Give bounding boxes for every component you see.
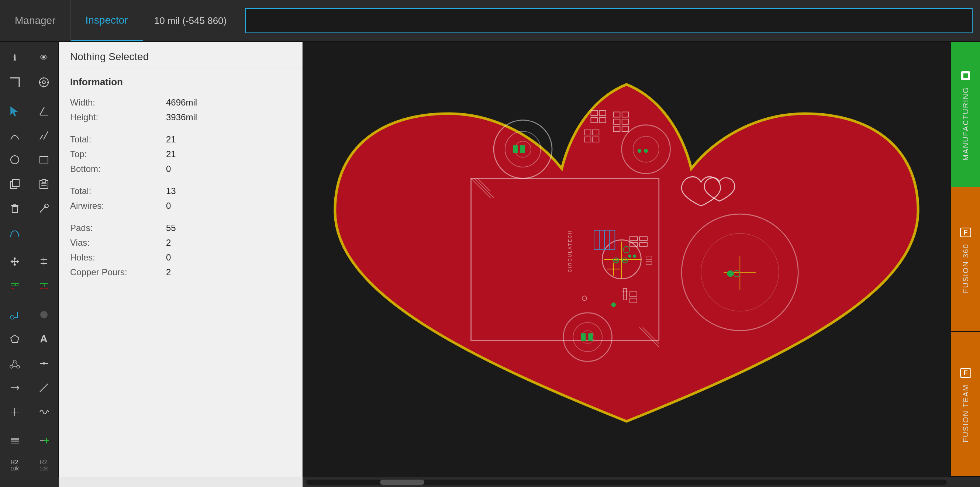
svg-line-8 xyxy=(40,135,43,140)
polygon-btn[interactable] xyxy=(5,329,25,349)
curve-tool-btn[interactable] xyxy=(5,223,25,243)
airwires-label: Airwires: xyxy=(70,201,166,211)
tool-row-14 xyxy=(0,376,58,400)
tool-row-4 xyxy=(0,123,58,148)
fusion-team-btn[interactable]: F FUSION TEAM xyxy=(951,332,980,477)
route2-btn[interactable] xyxy=(5,305,25,325)
tool-row-13 xyxy=(0,351,58,376)
tab-manager[interactable]: Manager xyxy=(0,0,71,41)
info-row-copper: Copper Pours: 2 xyxy=(70,265,291,280)
bottom-panel-spacer xyxy=(59,477,302,487)
svg-point-21 xyxy=(45,204,48,208)
diagonal-btn[interactable] xyxy=(34,378,54,398)
top-value: 21 xyxy=(166,149,176,159)
addlayer-btn[interactable] xyxy=(34,431,54,451)
route-tool-btn[interactable] xyxy=(5,72,25,92)
copy-tool-btn[interactable] xyxy=(5,174,25,194)
total1-label: Total: xyxy=(70,134,166,145)
pcb-canvas[interactable]: CIRCULATECH xyxy=(302,42,950,477)
total2-label: Total: xyxy=(70,186,166,196)
svg-line-7 xyxy=(40,107,44,115)
wrench-tool-btn[interactable] xyxy=(34,199,54,218)
info-tool-btn[interactable]: ℹ xyxy=(5,48,25,68)
info-section: Information Width: 4696mil Height: 3936m… xyxy=(59,69,302,287)
search-input[interactable] xyxy=(245,8,973,33)
copper-label: Copper Pours: xyxy=(70,267,166,277)
info-row-bottom: Bottom: 0 xyxy=(70,162,291,177)
bottom-left-spacer xyxy=(0,477,59,487)
svg-rect-71 xyxy=(513,145,518,153)
tool-row-1: ℹ 👁 xyxy=(0,46,58,70)
tool-row-10 xyxy=(0,274,58,298)
svg-marker-35 xyxy=(11,335,19,342)
tool-row-17: R210k R210k xyxy=(0,453,58,477)
tool-row-7 xyxy=(0,196,58,221)
clipboard-tool-btn[interactable] xyxy=(34,174,54,194)
rect-tool-btn[interactable] xyxy=(34,150,54,170)
vias-label: Vias: xyxy=(70,237,166,248)
bottom-scroll-area[interactable] xyxy=(302,477,950,487)
r2-10k-2-btn[interactable]: R210k xyxy=(34,455,54,475)
total2-value: 13 xyxy=(166,186,176,196)
hline-tool-btn[interactable] xyxy=(34,251,54,272)
layer-btn[interactable] xyxy=(5,431,25,451)
solidcircle-btn[interactable] xyxy=(34,305,54,325)
pads-label: Pads: xyxy=(70,223,166,233)
info-row-total1: Total: 21 xyxy=(70,132,291,147)
wave-btn[interactable] xyxy=(34,402,54,422)
svg-point-38 xyxy=(17,365,19,368)
target-tool-btn[interactable] xyxy=(34,72,54,92)
arrow-btn[interactable] xyxy=(5,378,25,398)
tool-row-8 xyxy=(0,221,58,245)
angle-tool-btn[interactable] xyxy=(34,101,54,121)
inspector-panel: Nothing Selected Information Width: 4696… xyxy=(59,42,302,477)
svg-point-33 xyxy=(10,315,14,319)
right-sidebar: MANUFACTURING F FUSION 360 F FUSION TEAM xyxy=(950,42,980,477)
svg-text:F: F xyxy=(964,229,968,236)
move-tool-btn[interactable] xyxy=(5,251,25,272)
tool-row-16 xyxy=(0,429,58,453)
r2-10k-btn[interactable]: R210k xyxy=(5,455,25,475)
circle-tool-btn[interactable] xyxy=(5,150,25,170)
width-label: Width: xyxy=(70,97,166,108)
view-tool-btn[interactable]: 👁 xyxy=(34,48,54,68)
scrollbar-thumb[interactable] xyxy=(380,480,424,485)
svg-rect-18 xyxy=(12,207,18,213)
delete-tool-btn[interactable] xyxy=(5,199,25,218)
main-content: ℹ 👁 xyxy=(0,42,980,477)
empty-btn xyxy=(34,223,54,243)
svg-rect-51 xyxy=(11,443,19,444)
split-btn[interactable] xyxy=(5,402,25,422)
info-row-airwires: Airwires: 0 xyxy=(70,199,291,213)
svg-rect-49 xyxy=(11,438,19,440)
text-btn[interactable]: A xyxy=(34,329,54,349)
select-tool-btn[interactable] xyxy=(5,101,25,121)
tool-row-15 xyxy=(0,400,58,424)
xconnect-btn[interactable] xyxy=(34,276,54,296)
left-toolbar: ℹ 👁 xyxy=(0,42,59,477)
arc-tool-btn[interactable] xyxy=(5,126,25,145)
add-connect-btn[interactable] xyxy=(5,276,25,296)
bottom-label: Bottom: xyxy=(70,164,166,174)
scrollbar-track[interactable] xyxy=(306,480,947,485)
tool-row-3 xyxy=(0,99,58,123)
svg-rect-50 xyxy=(11,441,19,442)
svg-line-9 xyxy=(43,131,48,140)
info-title: Information xyxy=(70,76,291,88)
fusion360-btn[interactable]: F FUSION 360 xyxy=(951,187,980,332)
manufacturing-btn[interactable]: MANUFACTURING xyxy=(951,42,980,187)
svg-point-43 xyxy=(43,362,45,364)
svg-rect-135 xyxy=(963,73,968,78)
dash2-btn[interactable] xyxy=(34,353,54,373)
tab-inspector[interactable]: Inspector xyxy=(71,0,143,41)
svg-text:F: F xyxy=(964,369,968,377)
network-btn[interactable] xyxy=(5,353,25,373)
tool-row-5 xyxy=(0,148,58,172)
info-row-width: Width: 4696mil xyxy=(70,95,291,110)
bottom-value: 0 xyxy=(166,164,171,174)
holes-label: Holes: xyxy=(70,252,166,263)
dash-tool-btn[interactable] xyxy=(34,126,54,145)
svg-rect-116 xyxy=(581,333,585,341)
coord-display: 10 mil (-545 860) xyxy=(143,15,238,27)
svg-rect-72 xyxy=(520,145,525,153)
